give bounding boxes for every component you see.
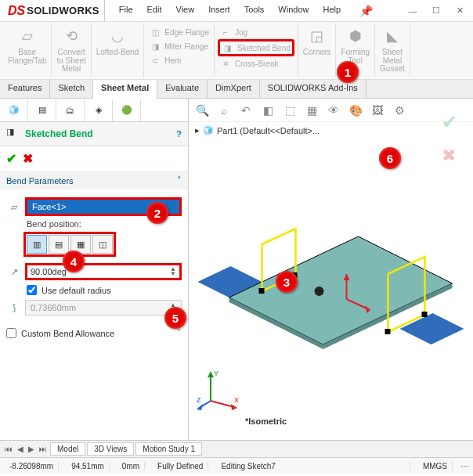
confirm-ok-icon[interactable]: ✔ [442,111,457,133]
expand-icon[interactable]: ˅ [177,328,182,338]
feature-tree-crumb[interactable]: ▸ 🧊 Part1 (Default<<Default>... [189,122,473,139]
panel-title: Sketched Bend [25,128,172,139]
panel-tab-feature-tree[interactable]: 🧊 [0,99,28,121]
ribbon-sketched-bend[interactable]: ◨Sketched Bend [218,39,294,56]
viewport: 🔍 ⌕ ↶ ◧ ⬚ ▦ 👁 🎨 🖼 ⚙ ▸ 🧊 Part1 (Default<<… [189,99,473,440]
pin-icon[interactable]: 📌 [353,2,379,20]
property-panel: 🧊 ▤ 🗂 ◈ 🟢 ◨ Sketched Bend ? ✔ ✖ Bend Par… [0,99,189,440]
default-radius-checkbox[interactable] [27,285,37,295]
panel-tab-display[interactable]: ◈ [85,99,113,121]
svg-line-19 [211,401,234,407]
tab-sheet-metal[interactable]: Sheet Metal [93,80,157,99]
menu-insert[interactable]: Insert [202,2,236,20]
corners-icon: ◲ [306,25,328,47]
status-units[interactable]: MMGS [418,462,453,471]
panel-tab-config[interactable]: 🗂 [56,99,85,121]
panel-tab-appearance[interactable]: 🟢 [113,99,141,121]
face-icon: ▱ [6,202,22,212]
part-name: Part1 (Default<<Default>... [217,126,320,135]
status-bar: -8.26098mm 94.51mm 0mm Fully Defined Edi… [0,457,473,474]
logo-ds: DS [8,4,25,18]
custom-allowance-checkbox[interactable] [6,328,16,338]
callout-3: 3 [276,271,298,293]
tab-sketch[interactable]: Sketch [50,80,93,98]
angle-spinner[interactable]: ▲▼ [170,267,176,276]
menu-help[interactable]: Help [316,2,347,20]
help-icon[interactable]: ? [176,129,182,139]
expand-tree-icon[interactable]: ▸ [195,125,200,135]
svg-rect-10 [385,329,391,334]
hem-icon: ⊂ [149,54,161,67]
menu-view[interactable]: View [170,2,201,20]
scene-icon[interactable]: 🖼 [369,102,386,119]
ribbon-convert[interactable]: ⟲ Convertto SheetMetal [52,23,91,78]
tab-3d-views[interactable]: 3D Views [87,442,134,456]
svg-point-15 [315,287,324,296]
tab-motion[interactable]: Motion Study 1 [135,442,202,456]
cross-break-icon: ✕ [219,57,232,70]
tab-nav-first[interactable]: ⏮ [3,445,14,453]
prev-view-icon[interactable]: ↶ [237,102,255,119]
ribbon-miter-flange[interactable]: ◨Miter Flange [147,39,211,53]
hide-show-icon[interactable]: 👁 [325,102,342,119]
bend-pos-centerline[interactable]: ▥ [27,235,47,254]
cancel-icon[interactable]: ✖ [23,151,33,166]
zoom-area-icon[interactable]: ⌕ [215,102,233,119]
status-menu-icon[interactable]: ⋯ [460,462,468,471]
angle-input[interactable]: 90.00deg ▲▼ [25,263,182,280]
ribbon-gusset[interactable]: ◣ SheetMetalGusset [375,23,410,78]
lofted-label: Lofted-Bend [96,49,139,57]
ribbon-corners[interactable]: ◲ Corners [298,23,337,78]
panel-tabs: 🧊 ▤ 🗂 ◈ 🟢 [0,99,188,122]
menu-window[interactable]: Window [272,2,315,20]
default-radius-row: Use default radius [27,285,182,295]
window-buttons: — ☐ ✕ [403,3,470,19]
bend-pos-bend-outside[interactable]: ◫ [92,235,113,254]
minimize-button[interactable]: — [403,3,423,19]
menu-tools[interactable]: Tools [238,2,271,20]
tab-features[interactable]: Features [0,80,50,98]
status-defined: Fully Defined [153,462,208,471]
ribbon-edge-flange[interactable]: ◫Edge Flange [147,25,211,39]
view-orient-icon[interactable]: ⬚ [281,102,298,119]
tab-model[interactable]: Model [50,442,85,456]
display-style-icon[interactable]: ▦ [303,102,320,119]
status-y: 94.51mm [67,462,110,471]
tab-nav-prev[interactable]: ◀ [16,445,25,453]
maximize-button[interactable]: ☐ [426,3,446,19]
section-view-icon[interactable]: ◧ [259,102,276,119]
accept-icon[interactable]: ✔ [6,151,16,166]
panel-tab-property[interactable]: ▤ [28,99,56,121]
ribbon-bend-group: ⌐Jog ◨Sketched Bend ✕Cross-Break [215,23,298,78]
bend-pos-material-inside[interactable]: ▤ [49,235,69,254]
ribbon-hem[interactable]: ⊂Hem [147,53,211,67]
base-flange-icon: ▱ [16,25,38,47]
ribbon-lofted[interactable]: ◡ Lofted-Bend [92,23,145,78]
view-settings-icon[interactable]: ⚙ [391,102,408,119]
callout-1: 1 [337,61,359,83]
miter-flange-icon: ◨ [149,40,161,52]
panel-title-row: ◨ Sketched Bend ? [0,122,188,146]
ribbon-base-flange[interactable]: ▱ BaseFlange/Tab [3,23,52,78]
tab-nav-next[interactable]: ▶ [27,445,36,453]
status-z: 0mm [117,462,145,471]
bend-params-header[interactable]: Bend Parameters ˄ [0,171,188,189]
tab-dimxpert[interactable]: DimXpert [208,80,260,98]
appearance-icon[interactable]: 🎨 [347,102,364,119]
radius-input: 0.73660mm ▲▼ [25,300,182,316]
ribbon: ▱ BaseFlange/Tab ⟲ Convertto SheetMetal … [0,22,473,80]
status-x: -8.26098mm [5,462,59,471]
ribbon-cross-break[interactable]: ✕Cross-Break [218,56,294,70]
callout-2: 2 [146,202,168,224]
close-button[interactable]: ✕ [450,3,470,19]
tab-evaluate[interactable]: Evaluate [157,80,208,98]
sketched-bend-icon: ◨ [222,41,234,54]
ribbon-jog[interactable]: ⌐Jog [218,25,294,39]
svg-marker-23 [197,404,203,410]
tab-nav-last[interactable]: ⏭ [38,445,49,453]
forming-icon: ⬢ [345,25,366,47]
zoom-fit-icon[interactable]: 🔍 [193,102,211,119]
menu-file[interactable]: File [113,2,139,20]
menu-edit[interactable]: Edit [141,2,168,20]
convert-icon: ⟲ [60,25,82,47]
